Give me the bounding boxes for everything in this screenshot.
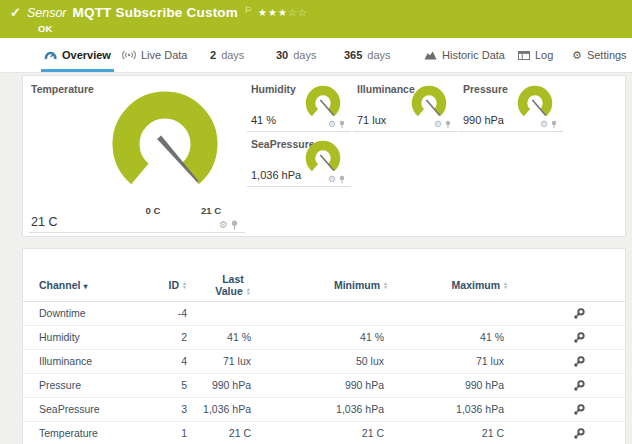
tab-live-data-label: Live Data <box>141 49 187 61</box>
main-gauge-label: Temperature <box>31 83 94 95</box>
gauge-label: Humidity <box>251 83 296 95</box>
sort-arrows-icon: ▲▼ <box>503 281 508 290</box>
pin-icon[interactable] <box>339 120 345 129</box>
tab-2-days-unit: days <box>221 49 244 61</box>
tab-2-days-number: 2 <box>210 49 216 61</box>
gauge-value: 71 lux <box>357 114 386 126</box>
tab-settings[interactable]: ⚙ Settings <box>572 38 627 72</box>
pin-icon[interactable] <box>231 220 238 230</box>
tab-365-days-unit: days <box>367 49 390 61</box>
flag-icon[interactable]: ⚐ <box>244 5 252 15</box>
table-row-illuminance[interactable]: Illuminance 4 71 lux 50 lux 71 lux <box>23 350 625 374</box>
channel-minimum: 21 C <box>261 422 384 444</box>
wrench-icon[interactable] <box>573 427 586 440</box>
tab-365-days-number: 365 <box>344 49 362 61</box>
gauge-cell-humidity: Humidity 41 % ⚙ <box>247 78 351 132</box>
gauge-value: 41 % <box>251 114 276 126</box>
channel-last-value: 1,036 hPa <box>171 398 251 421</box>
main-gauge-value: 21 C <box>31 215 57 229</box>
channel-maximum: 990 hPa <box>381 374 504 397</box>
tab-30-days-unit: days <box>293 49 316 61</box>
gauge-gear-icon[interactable]: ⚙ <box>434 120 442 129</box>
gear-icon: ⚙ <box>572 50 582 61</box>
gauge-cell-pressure: Pressure 990 hPa ⚙ <box>459 78 563 132</box>
sort-arrows-icon: ▲▼ <box>246 287 251 296</box>
tab-bar: Overview Live Data 2 days 30 days 365 da… <box>0 38 632 73</box>
gauge-value: 990 hPa <box>463 114 504 126</box>
channel-last-value: 71 lux <box>171 350 251 373</box>
tab-30-days[interactable]: 30 days <box>276 38 317 72</box>
tab-historic-data-label: Historic Data <box>442 49 505 61</box>
sort-caret-icon: ▾ <box>83 282 87 291</box>
channel-maximum: 71 lux <box>381 350 504 373</box>
stars-filled[interactable]: ★★★ <box>258 7 288 18</box>
channel-maximum: 1,036 hPa <box>381 398 504 421</box>
tab-live-data[interactable]: Live Data <box>122 38 187 72</box>
channel-last-value: 41 % <box>171 326 251 349</box>
table-row-pressure[interactable]: Pressure 5 990 hPa 990 hPa 990 hPa <box>23 374 625 398</box>
gauge-gear-icon[interactable]: ⚙ <box>540 120 548 129</box>
wrench-icon[interactable] <box>573 403 586 416</box>
sensor-status-header: ✓ Sensor MQTT Subscribe Custom ⚐ ★★★☆☆ O… <box>0 0 632 38</box>
tab-30-days-number: 30 <box>276 49 288 61</box>
channel-maximum: 41 % <box>381 326 504 349</box>
tab-log-label: Log <box>535 49 553 61</box>
stars-empty[interactable]: ☆☆ <box>288 7 308 18</box>
channel-maximum: 21 C <box>381 422 504 444</box>
gauge-gear-icon[interactable]: ⚙ <box>328 175 336 184</box>
gauge-cell-illuminance: Illuminance 71 lux ⚙ <box>353 78 457 132</box>
divider <box>29 232 245 233</box>
main-gauge-scale-min: 0 C <box>139 205 167 216</box>
gauge-value: 1,036 hPa <box>251 169 301 181</box>
table-row-downtime[interactable]: Downtime -4 <box>23 302 625 326</box>
channel-minimum: 50 lux <box>261 350 384 373</box>
tab-historic-data[interactable]: Historic Data <box>424 38 505 72</box>
wrench-icon[interactable] <box>573 379 586 392</box>
wrench-icon[interactable] <box>573 331 586 344</box>
area-chart-icon <box>424 50 437 60</box>
sensor-title: MQTT Subscribe Custom <box>73 5 238 20</box>
tab-2-days[interactable]: 2 days <box>210 38 244 72</box>
gauge-icon <box>44 50 57 61</box>
table-row-temperature[interactable]: Temperature 1 21 C 21 C 21 C <box>23 422 625 444</box>
status-check-icon: ✓ <box>10 5 21 20</box>
channel-minimum: 41 % <box>261 326 384 349</box>
channel-last-value: 21 C <box>171 422 251 444</box>
temperature-gauge <box>109 90 221 202</box>
tab-log[interactable]: Log <box>518 38 553 72</box>
gauges-panel: Temperature 0 C 21 C 21 C ⚙ Humidity 41 … <box>22 75 626 237</box>
channel-last-value: 990 hPa <box>171 374 251 397</box>
gauge-gear-icon[interactable]: ⚙ <box>219 220 228 230</box>
object-kind-label: Sensor <box>27 6 67 20</box>
channel-minimum: 990 hPa <box>261 374 384 397</box>
channel-minimum: 1,036 hPa <box>261 398 384 421</box>
sensor-status-text: OK <box>38 23 52 34</box>
tab-365-days[interactable]: 365 days <box>344 38 391 72</box>
pin-icon[interactable] <box>445 120 451 129</box>
wrench-icon[interactable] <box>573 355 586 368</box>
pin-icon[interactable] <box>339 175 345 184</box>
channel-id: -4 <box>135 302 187 325</box>
channels-table-panel: Channel▾ ID▲▼ LastValue▲▼ Minimum▲▼ Maxi… <box>22 248 626 444</box>
column-header-id[interactable]: ID▲▼ <box>131 279 187 291</box>
gauge-label: Illuminance <box>357 83 415 95</box>
tab-overview[interactable]: Overview <box>44 38 111 72</box>
tab-settings-label: Settings <box>587 49 627 61</box>
column-header-maximum[interactable]: Maximum▲▼ <box>381 279 508 291</box>
pin-icon[interactable] <box>551 120 557 129</box>
table-row-seapressure[interactable]: SeaPressure 3 1,036 hPa 1,036 hPa 1,036 … <box>23 398 625 422</box>
main-gauge-scale-max: 21 C <box>195 205 227 216</box>
gauge-cell-seapressure: SeaPressure 1,036 hPa ⚙ <box>247 133 351 187</box>
wrench-icon[interactable] <box>573 307 586 320</box>
table-row-humidity[interactable]: Humidity 2 41 % 41 % 41 % <box>23 326 625 350</box>
gauge-label: Pressure <box>463 83 508 95</box>
log-table-icon <box>518 51 530 60</box>
sort-arrows-icon: ▲▼ <box>182 281 187 290</box>
column-header-channel[interactable]: Channel▾ <box>39 279 87 293</box>
table-header-row: Channel▾ ID▲▼ LastValue▲▼ Minimum▲▼ Maxi… <box>23 249 625 302</box>
column-header-minimum[interactable]: Minimum▲▼ <box>261 279 388 291</box>
signal-icon <box>122 50 136 60</box>
priority-stars[interactable]: ★★★☆☆ <box>258 7 308 18</box>
tab-overview-label: Overview <box>62 49 111 61</box>
gauge-gear-icon[interactable]: ⚙ <box>328 120 336 129</box>
